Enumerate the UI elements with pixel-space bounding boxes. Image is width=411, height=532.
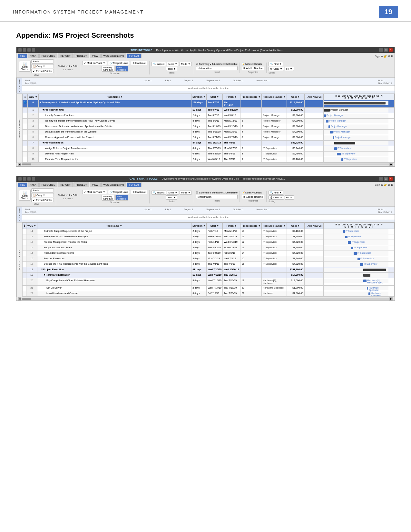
maximize-btn-1[interactable]: □	[384, 48, 388, 52]
gantt-bar-cell-5: Project Manager	[324, 129, 395, 135]
paste-btn-2[interactable]: Paste	[31, 188, 54, 192]
clipboard-label-1: Clipboard	[63, 68, 73, 71]
move-btn-2[interactable]: Move ▼	[167, 191, 179, 195]
report-tab-2[interactable]: REPORT	[58, 182, 73, 187]
inactivate-btn-2[interactable]: ⊗ Inactivate	[131, 190, 147, 194]
format-painter-btn-2[interactable]: 🖌 Format Painter	[31, 198, 54, 202]
manually-schedule-btn-2[interactable]: ManuallySchedule	[102, 195, 114, 201]
wbs-tab-1[interactable]: WBS Schedule Pro	[101, 54, 126, 58]
cell-resource	[262, 100, 287, 107]
close-btn-1[interactable]: ✕	[389, 48, 393, 52]
view-tab-1[interactable]: VIEW	[90, 54, 101, 58]
project-tab-1[interactable]: PROJECT	[73, 54, 89, 58]
signin-1[interactable]: Sign in 🔐 🖥 🖥	[375, 55, 393, 58]
scroll-left-1[interactable]: ◀	[18, 163, 21, 166]
bold-btn-2[interactable]: B	[73, 194, 74, 197]
format-tab-2[interactable]: FORMAT	[127, 182, 142, 187]
inspect-btn-1[interactable]: 🔍 Inspect	[152, 62, 166, 66]
maximize-btn-2[interactable]: □	[384, 177, 388, 181]
clear-btn-2[interactable]: 🗑 Clear ▼	[269, 195, 284, 200]
scroll-track-2[interactable]	[22, 298, 389, 300]
format-painter-btn-1[interactable]: 🖌 Format Painter	[31, 69, 54, 73]
inspect-btn-2[interactable]: 🔍 Inspect	[152, 191, 166, 195]
app-icon-1	[18, 48, 22, 52]
th-wbs-2: WBS ▼	[26, 223, 37, 229]
cell-start: Tue 5/28/19	[207, 151, 223, 157]
insert-label-2: Insert	[214, 200, 220, 202]
cell-indicator	[23, 256, 26, 262]
fill-btn-1[interactable]: Fill ▼	[285, 67, 294, 71]
respect-links-btn-1[interactable]: 🔗 Respect Links	[108, 61, 130, 65]
scroll-thumb-2[interactable]	[22, 298, 31, 300]
find-btn-1[interactable]: 🔍 Find ▼	[269, 62, 283, 66]
add-timeline-btn-2[interactable]: ⊞ Add to Timeline	[242, 195, 264, 199]
close-btn-2[interactable]: ✕	[389, 177, 393, 181]
mode-btn-2[interactable]: Mode ▼	[180, 191, 192, 195]
copy-btn-2[interactable]: 📋 Copy ▼	[31, 193, 54, 197]
file-tab-1[interactable]: FILE	[18, 54, 27, 58]
copy-btn-1[interactable]: 📋 Copy ▼	[31, 64, 54, 68]
mode-btn-1[interactable]: Mode ▼	[180, 62, 192, 66]
scroll-right-1[interactable]: ▶	[389, 163, 393, 166]
auto-schedule-btn-1[interactable]: AutoSchedule	[115, 66, 128, 72]
cell-addcol	[304, 262, 323, 267]
resource-tab-2[interactable]: RESOURCE	[39, 182, 58, 187]
window-controls-2[interactable]: ─ □ ✕	[379, 177, 393, 181]
auto-schedule-btn-2[interactable]: AutoSchedule	[115, 195, 128, 201]
task-tab-1[interactable]: TASK	[28, 54, 39, 58]
mark-on-track-btn-1[interactable]: ✓ Mark on Track ▼	[82, 61, 107, 65]
signin-2[interactable]: Sign in 🔐 🖥 🖥	[375, 183, 393, 186]
underline-btn-1[interactable]: U	[76, 65, 78, 68]
bold-btn-1[interactable]: B	[73, 65, 74, 68]
italic-btn-2[interactable]: I	[75, 194, 76, 197]
gantt-chart-btn-2[interactable]: 📊 Gantt Chart ▼	[19, 190, 31, 201]
scroll-right-2[interactable]: ▶	[389, 297, 393, 300]
scroll-track-1[interactable]	[22, 163, 389, 165]
cell-duration: 2 days	[191, 286, 207, 291]
cell-start: Tue 5/7/19	[207, 113, 223, 118]
gantt-table-1: ℹ WBS ▼ Task Name ▼ Duration ▼ Start ▼ F…	[22, 94, 395, 163]
project-tab-2[interactable]: PROJECT	[73, 182, 89, 187]
inactivate-btn-1[interactable]: ⊗ Inactivate	[131, 61, 147, 65]
cell-taskname: Receive Approval to Proceed with the Pro…	[39, 135, 191, 140]
window-controls-1[interactable]: ─ □ ✕	[379, 48, 393, 52]
th-addcol-1[interactable]: + Add New Col	[304, 94, 323, 100]
underline-btn-2[interactable]: U	[76, 194, 78, 197]
find-btn-2[interactable]: 🔍 Find ▼	[269, 191, 283, 195]
manually-schedule-btn-1[interactable]: ManuallySchedule	[102, 66, 114, 72]
file-tab-2[interactable]: FILE	[18, 182, 27, 187]
respect-links-btn-2[interactable]: 🔗 Respect Links	[108, 190, 130, 194]
ribbon-tabs-2[interactable]: FILE TASK RESOURCE REPORT PROJECT VIEW W…	[18, 182, 142, 187]
format-tab-1[interactable]: FORMAT	[127, 54, 142, 58]
italic-btn-1[interactable]: I	[75, 65, 76, 68]
mark-on-track-btn-2[interactable]: ✓ Mark on Track ▼	[82, 190, 107, 194]
clear-btn-1[interactable]: 🗑 Clear ▼	[269, 67, 284, 71]
scrollbar-1[interactable]: ◀ ▶	[16, 163, 395, 166]
report-tab-1[interactable]: REPORT	[58, 54, 73, 58]
resource-tab-1[interactable]: RESOURCE	[39, 54, 58, 58]
add-timeline-btn-1[interactable]: ⊞ Add to Timeline	[242, 66, 264, 70]
paste-btn-1[interactable]: Paste	[31, 59, 54, 64]
task-btn-2[interactable]: Task ▼	[166, 195, 177, 200]
fill-btn-2[interactable]: Fill ▼	[285, 195, 294, 200]
cell-cost: $2,800.00	[287, 113, 304, 118]
minimize-btn-2[interactable]: ─	[379, 177, 383, 181]
th-addcol-2[interactable]: + Add New Col	[304, 223, 323, 229]
task-tab-2[interactable]: TASK	[28, 182, 39, 187]
task-btn-1[interactable]: Task ▼	[166, 67, 177, 71]
move-btn-1[interactable]: Move ▼	[167, 62, 179, 66]
gantt-chart-btn-1[interactable]: 📊 Gantt Chart ▼	[19, 61, 31, 72]
scroll-left-2[interactable]: ◀	[18, 297, 21, 300]
cell-resource: IT Supervisor	[262, 262, 287, 267]
wbs-tab-2[interactable]: WBS Schedule Pro	[101, 182, 126, 187]
cell-finish: Fri 6/28/19	[223, 251, 240, 256]
minimize-btn-1[interactable]: ─	[379, 48, 383, 52]
ribbon-tabs-1[interactable]: FILE TASK RESOURCE REPORT PROJECT VIEW W…	[18, 54, 142, 58]
view-tab-2[interactable]: VIEW	[90, 182, 101, 187]
information-btn-2[interactable]: ℹ Information	[196, 195, 238, 199]
scroll-thumb-1[interactable]	[22, 163, 31, 165]
cell-resource	[262, 107, 287, 113]
scrollbar-2[interactable]: ◀ ▶	[16, 297, 395, 300]
cell-start: Wed 7/10/19	[207, 273, 223, 278]
information-btn-1[interactable]: ℹ Information	[196, 66, 238, 70]
